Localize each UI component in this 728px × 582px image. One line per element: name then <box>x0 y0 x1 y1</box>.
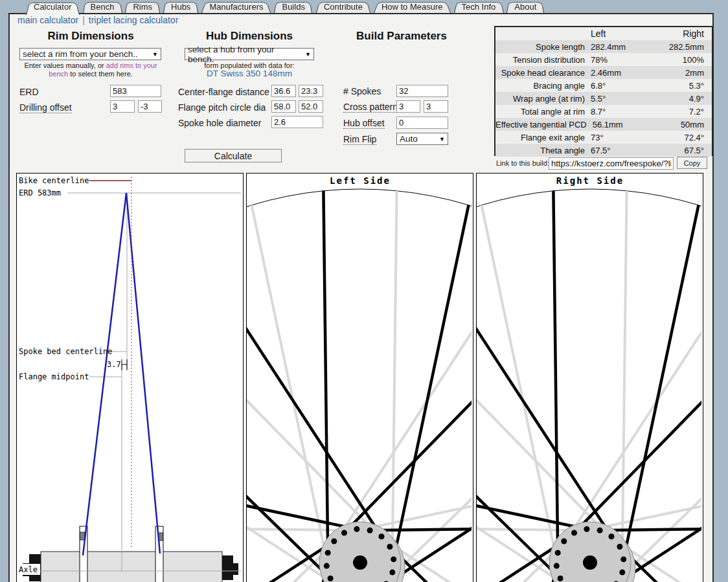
spoke-line <box>553 191 558 553</box>
table-row: Theta angle 67.5° 67.5° <box>495 144 712 157</box>
tab-calculator[interactable]: Calculator <box>26 1 80 13</box>
build-link-input[interactable] <box>549 157 674 170</box>
rim-help-text: Enter values manually, or add rims to yo… <box>16 62 165 78</box>
tab-how-to-measure[interactable]: How to Measure <box>374 1 451 13</box>
axle-stub-right <box>233 563 238 575</box>
tab-about[interactable]: About <box>506 1 544 13</box>
spoke-hole-diameter-input[interactable] <box>271 116 323 128</box>
table-row: Flange exit angle 73° 72.4° <box>495 131 712 144</box>
table-row: Total angle at rim 8.7° 7.2° <box>495 105 712 118</box>
spoke-line <box>370 526 472 530</box>
table-row: Tension distribution 78% 100% <box>495 53 712 66</box>
triplet-lacing-link[interactable]: triplet lacing calculator <box>89 15 179 25</box>
hub-hole-dot <box>617 544 622 550</box>
spoke-line <box>477 326 560 579</box>
copy-button[interactable]: Copy <box>677 157 707 169</box>
spoke-line <box>247 274 376 533</box>
table-row: Wrap angle (at rim) 5.5° 4.9° <box>495 92 712 105</box>
cross-pattern-right-input[interactable] <box>424 100 448 113</box>
results-col-left: Left <box>591 28 655 39</box>
offset-value-label: 3.7 <box>107 360 121 369</box>
left-spoke-line <box>83 193 126 555</box>
axle-end-right <box>222 555 233 580</box>
hub-hole-dot <box>558 576 563 581</box>
hub-axle-dot <box>583 555 597 570</box>
hub-select[interactable]: select a hub from your bench. ▼ <box>185 48 314 60</box>
hub-hole-dot <box>367 528 373 533</box>
table-row: Effective tangential PCD 56.1mm 50mm <box>495 118 712 131</box>
erd-input[interactable] <box>110 85 161 97</box>
num-spokes-input[interactable] <box>396 85 448 97</box>
drilling-offset-left-input[interactable] <box>110 100 135 113</box>
hub-hole-dot <box>328 576 334 581</box>
flange-pcd-right-input[interactable] <box>299 100 323 113</box>
spoke-line <box>600 526 701 530</box>
hub-hole-dot <box>619 570 625 576</box>
spoke-line <box>593 454 701 530</box>
right-side-panel: Right Side <box>476 173 703 582</box>
hub-dimensions-title: Hub Dimensions <box>178 30 321 43</box>
hub-model-link[interactable]: DT Swiss 350 148mm <box>207 69 292 78</box>
rim-select[interactable]: select a rim from your bench.. ▼ <box>19 48 161 60</box>
results-header-row: Left Right <box>495 27 712 40</box>
hub-hole-dot <box>597 528 603 533</box>
tab-bench[interactable]: Bench <box>83 1 122 13</box>
hub-hole-dot <box>609 533 615 539</box>
results-col-right: Right <box>655 28 712 39</box>
spoke-line <box>252 205 327 559</box>
hub-hole-dot <box>341 530 347 536</box>
spoke-line <box>390 326 472 579</box>
rim-flip-label: Rim Flip <box>343 134 376 144</box>
rim-flip-select[interactable]: Auto ▼ <box>396 133 448 145</box>
spoke-line <box>394 205 469 559</box>
flange-pcd-label: Flange pitch circle dia <box>178 102 266 113</box>
tab-rims[interactable]: Rims <box>125 1 160 13</box>
spoke-line <box>624 205 699 559</box>
tab-tech-info[interactable]: Tech Info <box>454 1 504 13</box>
num-spokes-label: # Spokes <box>343 86 381 96</box>
center-flange-right-input[interactable] <box>299 85 323 97</box>
hub-body <box>41 552 222 582</box>
spoke-line <box>482 205 557 559</box>
left-side-drawing: Left Side <box>247 173 472 582</box>
hub-hole-dot <box>379 533 385 539</box>
hub-hole-dot <box>324 563 330 569</box>
cross-section-panel: Bike centerline ERD 583mm Spoke bed cent… <box>16 173 244 582</box>
hub-hole-dot <box>584 526 589 532</box>
hub-offset-input[interactable] <box>396 117 448 129</box>
sub-navigation: main calculator|triplet lacing calculato… <box>17 15 178 25</box>
table-row: Spoke length 282.4mm 282.5mm <box>495 40 712 53</box>
axle-label: Axle <box>19 565 38 574</box>
erd-label: ERD <box>19 87 39 97</box>
center-flange-left-input[interactable] <box>271 85 296 97</box>
spoke-line <box>247 454 357 530</box>
hub-hole-dot <box>554 563 560 569</box>
tab-manufacturers[interactable]: Manufacturers <box>201 1 271 13</box>
main-calculator-link[interactable]: main calculator <box>17 15 78 25</box>
spoke-line <box>247 526 350 530</box>
tab-builds[interactable]: Builds <box>274 1 312 13</box>
hub-hole-dot <box>325 550 331 555</box>
drilling-offset-right-input[interactable] <box>138 100 162 113</box>
spoke-line <box>392 191 397 553</box>
right-spoke-line <box>126 193 160 554</box>
spoke-bed-centerline-label: Spoke bed centerline <box>19 347 113 356</box>
hub-axle-dot <box>353 555 367 570</box>
hub-hole-dot <box>555 550 561 555</box>
spoke-line <box>252 566 327 582</box>
left-side-panel: Left Side <box>246 173 473 582</box>
flange-pcd-left-input[interactable] <box>271 100 296 113</box>
left-flange-cap <box>80 532 85 540</box>
calculate-button[interactable]: Calculate <box>185 149 282 162</box>
hub-link-wrap: DT Swiss 350 148mm <box>178 69 321 78</box>
bike-centerline-label: Bike centerline <box>19 176 89 185</box>
left-side-title: Left Side <box>330 175 391 186</box>
tab-contribute[interactable]: Contribute <box>316 1 370 13</box>
spoke-line <box>477 274 606 533</box>
subnav-separator: | <box>82 15 85 25</box>
tab-hubs[interactable]: Hubs <box>163 1 198 13</box>
spoke-line <box>363 454 472 530</box>
hub-hole-dot <box>387 544 392 550</box>
cross-pattern-left-input[interactable] <box>396 100 420 113</box>
hub-hole-dot <box>331 539 337 544</box>
